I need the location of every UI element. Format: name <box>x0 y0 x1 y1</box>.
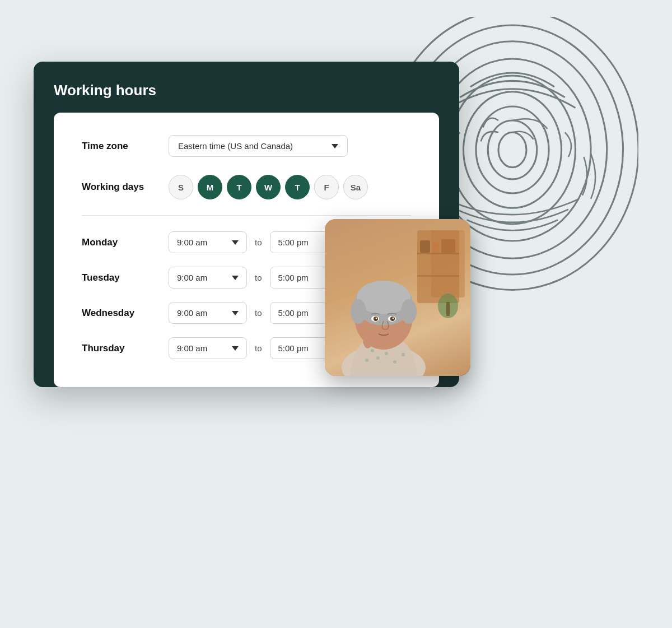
svg-point-29 <box>351 299 366 324</box>
svg-point-0 <box>498 132 526 168</box>
day-sunday[interactable]: S <box>169 175 193 199</box>
day-thursday[interactable]: T <box>285 175 310 199</box>
divider <box>82 215 411 216</box>
day-tuesday[interactable]: T <box>227 175 251 199</box>
thursday-start-select[interactable]: 9:00 am <box>169 337 247 359</box>
svg-rect-14 <box>432 243 439 253</box>
tuesday-end-value: 5:00 pm <box>278 273 309 282</box>
monday-end-value: 5:00 pm <box>278 238 309 247</box>
svg-rect-12 <box>417 275 459 277</box>
svg-point-36 <box>393 318 394 319</box>
wednesday-start-value: 9:00 am <box>177 308 207 318</box>
svg-rect-15 <box>441 239 455 253</box>
tuesday-start-select[interactable]: 9:00 am <box>169 267 247 289</box>
svg-point-19 <box>371 349 374 352</box>
svg-point-1 <box>488 120 537 179</box>
monday-label: Monday <box>82 237 169 248</box>
day-friday[interactable]: F <box>314 175 339 199</box>
day-monday[interactable]: M <box>198 175 222 199</box>
thursday-end-value: 5:00 pm <box>278 343 309 353</box>
timezone-chevron-icon <box>332 144 338 148</box>
working-days-row: Working days S M T W T F Sa <box>82 175 411 199</box>
person-photo <box>325 219 470 376</box>
thursday-to: to <box>255 343 262 353</box>
svg-rect-17 <box>446 302 450 316</box>
wednesday-label: Wednesday <box>82 308 169 319</box>
day-saturday[interactable]: Sa <box>343 175 368 199</box>
wednesday-start-select[interactable]: 9:00 am <box>169 302 247 324</box>
monday-to: to <box>255 238 262 247</box>
wednesday-to: to <box>255 308 262 318</box>
card-title: Working hours <box>54 82 439 99</box>
monday-start-value: 9:00 am <box>177 238 207 247</box>
svg-rect-11 <box>417 253 459 254</box>
svg-point-3 <box>464 92 562 208</box>
thursday-start-chevron-icon <box>232 346 239 351</box>
timezone-select[interactable]: Eastern time (US and Canada) <box>169 135 348 157</box>
tuesday-start-value: 9:00 am <box>177 273 207 282</box>
working-days-label: Working days <box>82 182 169 193</box>
monday-start-chevron-icon <box>232 240 239 245</box>
tuesday-to: to <box>255 273 262 282</box>
svg-rect-13 <box>420 240 430 253</box>
page-wrapper: Working hours Time zone Eastern time (US… <box>0 0 672 628</box>
svg-point-21 <box>365 359 368 362</box>
wednesday-start-chevron-icon <box>232 311 239 315</box>
svg-point-35 <box>376 318 377 319</box>
tuesday-start-chevron-icon <box>232 276 239 280</box>
svg-point-20 <box>376 356 380 360</box>
svg-point-4 <box>450 76 576 224</box>
svg-point-2 <box>476 106 549 193</box>
working-hours-card: Working hours Time zone Eastern time (US… <box>34 62 459 387</box>
timezone-row: Time zone Eastern time (US and Canada) <box>82 135 411 157</box>
day-wednesday[interactable]: W <box>256 175 281 199</box>
timezone-value: Eastern time (US and Canada) <box>178 141 293 151</box>
svg-point-30 <box>401 299 417 324</box>
thursday-start-value: 9:00 am <box>177 343 207 353</box>
thursday-label: Thursday <box>82 343 169 354</box>
day-circles: S M T W T F Sa <box>169 175 368 199</box>
svg-point-23 <box>393 360 396 364</box>
monday-start-select[interactable]: 9:00 am <box>169 231 247 253</box>
timezone-label: Time zone <box>82 141 169 152</box>
person-photo-card <box>325 219 470 376</box>
wednesday-end-value: 5:00 pm <box>278 308 309 318</box>
svg-point-22 <box>385 352 388 355</box>
svg-point-24 <box>402 353 405 356</box>
tuesday-label: Tuesday <box>82 272 169 283</box>
